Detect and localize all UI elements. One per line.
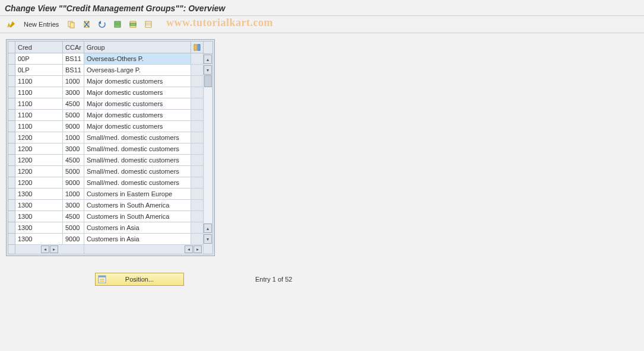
hscroll-right-col1[interactable]: ▸: [50, 245, 58, 253]
cell-ccar[interactable]: 4500: [63, 155, 84, 166]
column-header-cred[interactable]: Cred: [15, 42, 63, 53]
cell-group[interactable]: Major domestic customers: [84, 87, 191, 98]
cell-ccar[interactable]: 3000: [63, 200, 84, 211]
undo-change-icon[interactable]: [96, 18, 109, 30]
cell-ccar[interactable]: 4500: [63, 211, 84, 222]
row-selector[interactable]: [8, 234, 15, 245]
cell-cred[interactable]: 1200: [15, 177, 63, 189]
cell-group[interactable]: Small/med. domestic customers: [84, 143, 191, 155]
hscroll-left-col2[interactable]: ◂: [185, 245, 193, 253]
position-button[interactable]: Position...: [95, 273, 184, 286]
row-tail: [191, 211, 203, 222]
row-selector[interactable]: [8, 200, 15, 211]
row-selector[interactable]: [8, 53, 15, 65]
row-selector[interactable]: [8, 211, 15, 222]
cell-group[interactable]: Small/med. domestic customers: [84, 166, 191, 177]
cell-ccar[interactable]: 5000: [63, 222, 84, 234]
row-selector[interactable]: [8, 110, 15, 121]
cell-group[interactable]: Customers in Asia: [84, 222, 191, 234]
select-all-icon[interactable]: [111, 18, 124, 30]
cell-ccar[interactable]: 5000: [63, 110, 84, 121]
cell-ccar[interactable]: 3000: [63, 143, 84, 155]
row-selector[interactable]: [8, 177, 15, 189]
table-config-icon[interactable]: [191, 42, 203, 53]
cell-ccar[interactable]: 4500: [63, 98, 84, 110]
row-selector[interactable]: [8, 132, 15, 143]
cell-cred[interactable]: 1100: [15, 110, 63, 121]
cell-cred[interactable]: 1100: [15, 76, 63, 87]
row-selector[interactable]: [8, 87, 15, 98]
cell-cred[interactable]: 1300: [15, 211, 63, 222]
scroll-down2-icon[interactable]: ▾: [204, 234, 212, 244]
new-entries-button[interactable]: New Entries: [20, 20, 62, 29]
cell-ccar[interactable]: BS11: [63, 53, 84, 65]
cell-cred[interactable]: 1300: [15, 189, 63, 200]
cell-ccar[interactable]: 9000: [63, 234, 84, 245]
scroll-down-icon[interactable]: ▾: [204, 65, 212, 75]
row-selector[interactable]: [8, 76, 15, 87]
delete-icon[interactable]: [80, 18, 93, 30]
cell-ccar[interactable]: 1000: [63, 189, 84, 200]
cell-cred[interactable]: 1100: [15, 121, 63, 132]
cell-ccar[interactable]: 9000: [63, 177, 84, 189]
cell-ccar[interactable]: 5000: [63, 166, 84, 177]
column-header-group[interactable]: Group: [84, 42, 191, 53]
copy-as-icon[interactable]: [65, 18, 78, 30]
cell-group[interactable]: Major domestic customers: [84, 98, 191, 110]
cell-cred[interactable]: 1200: [15, 166, 63, 177]
cell-ccar[interactable]: 3000: [63, 87, 84, 98]
cell-group[interactable]: Major domestic customers: [84, 76, 191, 87]
cell-cred[interactable]: 1300: [15, 200, 63, 211]
row-selector[interactable]: [8, 222, 15, 234]
row-tail: [191, 110, 203, 121]
table-wrapper: Cred CCAr Group 00PBS11Overseas-Others P…: [6, 39, 215, 256]
deselect-all-icon[interactable]: [142, 18, 155, 30]
cell-group[interactable]: Customers in South America: [84, 211, 191, 222]
row-selector[interactable]: [8, 121, 15, 132]
scroll-thumb[interactable]: [204, 75, 212, 87]
cell-group[interactable]: Small/med. domestic customers: [84, 132, 191, 143]
footer-area: Position... Entry 1 of 52: [6, 273, 638, 286]
cell-cred[interactable]: 0LP: [15, 65, 63, 76]
cell-cred[interactable]: 1300: [15, 222, 63, 234]
cell-group[interactable]: Customers in Asia: [84, 234, 191, 245]
row-selector[interactable]: [8, 143, 15, 155]
cell-group[interactable]: Customers in Eastern Europe: [84, 189, 191, 200]
cell-group[interactable]: Customers in South America: [84, 200, 191, 211]
scroll-up2-icon[interactable]: ▴: [204, 224, 212, 233]
scroll-track[interactable]: [204, 75, 212, 223]
cell-cred[interactable]: 1200: [15, 155, 63, 166]
row-selector[interactable]: [8, 98, 15, 110]
row-selector[interactable]: [8, 65, 15, 76]
cell-cred[interactable]: 1200: [15, 143, 63, 155]
cell-cred[interactable]: 1200: [15, 132, 63, 143]
cell-cred[interactable]: 1100: [15, 98, 63, 110]
cell-ccar[interactable]: 1000: [63, 76, 84, 87]
cell-cred[interactable]: 00P: [15, 53, 63, 65]
row-selector[interactable]: [8, 166, 15, 177]
cell-cred[interactable]: 1300: [15, 234, 63, 245]
vertical-scrollbar[interactable]: ▴ ▾ ▴ ▾: [204, 41, 213, 254]
hscroll-left-col1[interactable]: ◂: [41, 245, 49, 253]
scroll-up-icon[interactable]: ▴: [204, 55, 212, 64]
cell-group[interactable]: Overseas-Large P.: [84, 65, 191, 76]
svg-rect-11: [145, 21, 151, 27]
select-all-corner[interactable]: [8, 42, 15, 53]
row-selector[interactable]: [8, 189, 15, 200]
toggle-change-icon[interactable]: [5, 18, 18, 30]
cell-group[interactable]: Small/med. domestic customers: [84, 177, 191, 189]
cell-ccar[interactable]: 1000: [63, 132, 84, 143]
column-header-ccar[interactable]: CCAr: [63, 42, 84, 53]
cell-cred[interactable]: 1100: [15, 87, 63, 98]
cell-ccar[interactable]: BS11: [63, 65, 84, 76]
table-row: 12004500Small/med. domestic customers: [8, 155, 204, 166]
cell-group[interactable]: Small/med. domestic customers: [84, 155, 191, 166]
hscroll-corner: [8, 245, 15, 254]
cell-group[interactable]: Major domestic customers: [84, 110, 191, 121]
select-block-icon[interactable]: [126, 18, 139, 30]
cell-group[interactable]: Overseas-Others P.: [84, 53, 191, 65]
cell-ccar[interactable]: 9000: [63, 121, 84, 132]
hscroll-right-col2[interactable]: ▸: [193, 245, 202, 253]
row-selector[interactable]: [8, 155, 15, 166]
cell-group[interactable]: Major domestic customers: [84, 121, 191, 132]
